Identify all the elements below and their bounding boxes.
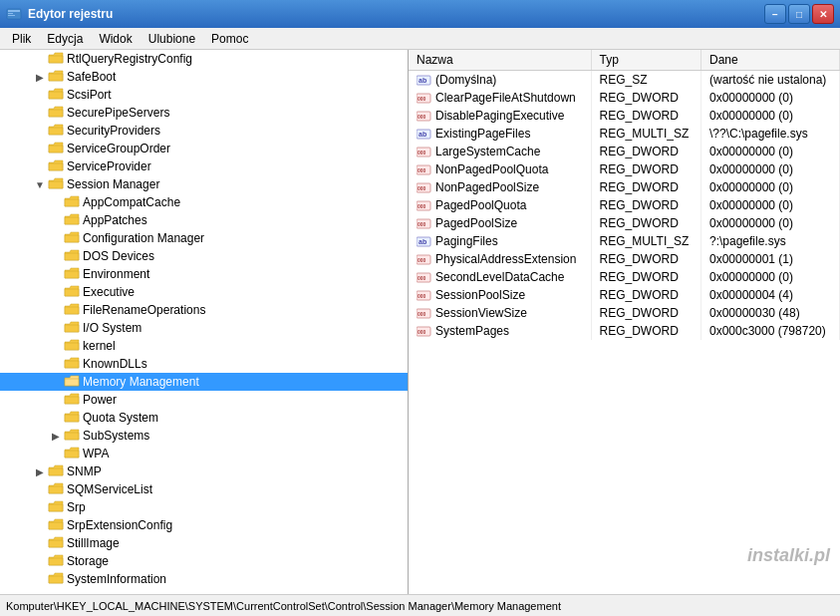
tree-node-securityproviders[interactable]: SecurityProviders <box>0 122 408 140</box>
tree-node-rtl[interactable]: RtlQueryRegistryConfig <box>0 50 408 68</box>
tree-expander[interactable]: ▼ <box>32 175 48 193</box>
tree-node-srp[interactable]: Srp <box>0 498 408 516</box>
svg-text:000: 000 <box>418 257 426 263</box>
tree-node-securepipeservers[interactable]: SecurePipeServers <box>0 104 408 122</box>
reg-row[interactable]: 000 SessionViewSizeREG_DWORD0x00000030 (… <box>409 304 840 322</box>
tree-node-sqmservicelist[interactable]: SQMServiceList <box>0 480 408 498</box>
reg-row[interactable]: ab PagingFilesREG_MULTI_SZ?:\pagefile.sy… <box>409 232 840 250</box>
tree-node-power[interactable]: Power <box>0 391 408 409</box>
folder-icon <box>64 375 80 389</box>
reg-row[interactable]: 000 PagedPoolSizeREG_DWORD0x00000000 (0) <box>409 214 840 232</box>
reg-cell-data: ?:\pagefile.sys <box>700 232 839 250</box>
reg-row[interactable]: 000 SessionPoolSizeREG_DWORD0x00000004 (… <box>409 286 840 304</box>
tree-node-sessionmanager[interactable]: ▼ Session Manager <box>0 175 408 193</box>
tree-expander <box>32 534 48 552</box>
tree-node-snmp[interactable]: ▶ SNMP <box>0 462 408 480</box>
svg-rect-3 <box>8 15 15 16</box>
reg-cell-type: REG_DWORD <box>591 250 700 268</box>
tree-expander[interactable]: ▶ <box>48 427 64 445</box>
tree-node-executive[interactable]: Executive <box>0 283 408 301</box>
reg-row[interactable]: 000 PhysicalAddressExtensionREG_DWORD0x0… <box>409 250 840 268</box>
reg-cell-data: \??\C:\pagefile.sys <box>700 125 839 143</box>
tree-node-label: Quota System <box>83 411 158 425</box>
reg-row[interactable]: 000 NonPagedPoolQuotaREG_DWORD0x00000000… <box>409 160 840 178</box>
reg-cell-data: 0x00000000 (0) <box>700 178 839 196</box>
tree-expander <box>32 157 48 175</box>
svg-text:000: 000 <box>418 293 426 299</box>
menu-item-ulubione[interactable]: Ulubione <box>140 30 203 48</box>
window-controls: − □ ✕ <box>764 4 834 24</box>
folder-icon <box>64 393 80 407</box>
svg-rect-1 <box>8 10 20 12</box>
minimize-button[interactable]: − <box>764 4 786 24</box>
tree-expander[interactable]: ▶ <box>32 462 48 480</box>
tree-node-storage[interactable]: Storage <box>0 552 408 570</box>
reg-row[interactable]: 000 NonPagedPoolSizeREG_DWORD0x00000000 … <box>409 178 840 196</box>
reg-cell-data: 0x00000000 (0) <box>700 196 839 214</box>
reg-row[interactable]: 000 ClearPageFileAtShutdownREG_DWORD0x00… <box>409 89 840 107</box>
reg-cell-name: 000 SessionPoolSize <box>409 286 591 304</box>
reg-cell-data: 0x00000001 (1) <box>700 250 839 268</box>
reg-row[interactable]: ab (Domyślna)REG_SZ(wartość nie ustalona… <box>409 71 840 90</box>
reg-row[interactable]: 000 DisablePagingExecutiveREG_DWORD0x000… <box>409 107 840 125</box>
folder-icon <box>64 321 80 335</box>
menu-item-plik[interactable]: Plik <box>4 30 39 48</box>
registry-panel[interactable]: NazwaTypDane ab (Domyślna)REG_SZ(wartość… <box>409 50 840 594</box>
tree-node-filerenameoperations[interactable]: FileRenameOperations <box>0 301 408 319</box>
dword-icon: 000 <box>417 326 432 338</box>
reg-cell-type: REG_DWORD <box>591 89 700 107</box>
reg-cell-data: 0x000c3000 (798720) <box>700 322 839 340</box>
reg-cell-type: REG_DWORD <box>591 196 700 214</box>
maximize-button[interactable]: □ <box>788 4 810 24</box>
tree-node-memorymanagement[interactable]: Memory Management <box>0 373 408 391</box>
reg-cell-data: 0x00000000 (0) <box>700 143 839 160</box>
reg-row[interactable]: 000 LargeSystemCacheREG_DWORD0x00000000 … <box>409 143 840 160</box>
folder-icon <box>64 267 80 281</box>
tree-node-label: ScsiPort <box>67 88 112 102</box>
svg-text:000: 000 <box>418 167 426 173</box>
tree-node-servicegrouporder[interactable]: ServiceGroupOrder <box>0 140 408 157</box>
tree-expander[interactable]: ▶ <box>32 68 48 86</box>
tree-node-wpa[interactable]: WPA <box>0 445 408 462</box>
tree-node-dosdevices[interactable]: DOS Devices <box>0 247 408 265</box>
dword-icon: 000 <box>417 147 432 158</box>
reg-cell-name: 000 SessionViewSize <box>409 304 591 322</box>
reg-cell-name: 000 NonPagedPoolQuota <box>409 160 591 178</box>
reg-row[interactable]: 000 SystemPagesREG_DWORD0x000c3000 (7987… <box>409 322 840 340</box>
tree-node-serviceprovider[interactable]: ServiceProvider <box>0 157 408 175</box>
tree-node-configurationmanager[interactable]: Configuration Manager <box>0 229 408 247</box>
reg-row[interactable]: ab ExistingPageFilesREG_MULTI_SZ\??\C:\p… <box>409 125 840 143</box>
reg-cell-data: 0x00000000 (0) <box>700 160 839 178</box>
tree-node-apppatches[interactable]: AppPatches <box>0 211 408 229</box>
folder-icon <box>48 177 64 191</box>
title-bar: Edytor rejestru − □ ✕ <box>0 0 840 28</box>
reg-row[interactable]: 000 PagedPoolQuotaREG_DWORD0x00000000 (0… <box>409 196 840 214</box>
tree-node-kernel[interactable]: kernel <box>0 337 408 355</box>
tree-node-subsystems[interactable]: ▶ SubSystems <box>0 427 408 445</box>
reg-row[interactable]: 000 SecondLevelDataCacheREG_DWORD0x00000… <box>409 268 840 286</box>
tree-node-srpextensionconfig[interactable]: SrpExtensionConfig <box>0 516 408 534</box>
tree-node-scsiport[interactable]: ScsiPort <box>0 86 408 104</box>
tree-panel[interactable]: RtlQueryRegistryConfig▶ SafeBoot ScsiPor… <box>0 50 409 594</box>
tree-node-appcompatcache[interactable]: AppCompatCache <box>0 193 408 211</box>
tree-node-safeboot[interactable]: ▶ SafeBoot <box>0 68 408 86</box>
tree-node-environment[interactable]: Environment <box>0 265 408 283</box>
tree-node-knowndlls[interactable]: KnownDLLs <box>0 355 408 373</box>
menu-item-widok[interactable]: Widok <box>91 30 140 48</box>
close-button[interactable]: ✕ <box>812 4 834 24</box>
folder-icon <box>64 411 80 425</box>
menu-item-edycja[interactable]: Edycja <box>39 30 91 48</box>
reg-cell-type: REG_MULTI_SZ <box>591 125 700 143</box>
tree-node-systeminformation[interactable]: SystemInformation <box>0 570 408 588</box>
tree-expander <box>48 409 64 427</box>
status-path: Komputer\HKEY_LOCAL_MACHINE\SYSTEM\Curre… <box>6 600 561 612</box>
reg-cell-type: REG_SZ <box>591 71 700 90</box>
tree-node-stillimage[interactable]: StillImage <box>0 534 408 552</box>
reg-cell-name: 000 SecondLevelDataCache <box>409 268 591 286</box>
folder-icon <box>48 124 64 138</box>
tree-node-label: Session Manager <box>67 177 159 191</box>
tree-node-iosystem[interactable]: I/O System <box>0 319 408 337</box>
tree-node-quotasystem[interactable]: Quota System <box>0 409 408 427</box>
folder-icon <box>64 249 80 263</box>
menu-item-pomoc[interactable]: Pomoc <box>203 30 256 48</box>
